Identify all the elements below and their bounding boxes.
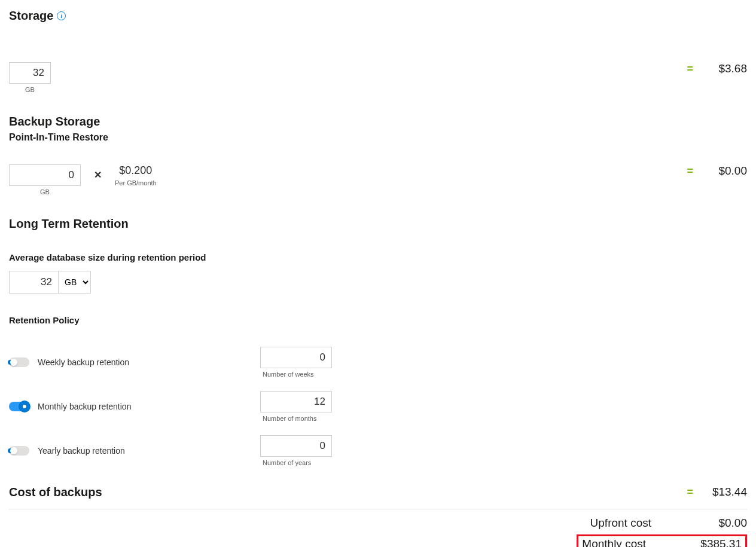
yearly-retention-input[interactable] <box>260 435 332 457</box>
backup-price-unit: Per GB/month <box>115 179 157 187</box>
storage-heading: Storage i <box>9 9 747 23</box>
yearly-retention-toggle[interactable] <box>9 446 29 456</box>
upfront-cost-label: Upfront cost <box>590 517 651 530</box>
monthly-retention-unit: Number of months <box>263 415 332 422</box>
cost-of-backups-heading: Cost of backups <box>9 485 102 499</box>
backup-cost: $0.00 <box>711 164 747 178</box>
backup-value-input[interactable] <box>9 164 81 186</box>
backup-unit-label: GB <box>40 188 50 195</box>
monthly-retention-input[interactable] <box>260 391 332 412</box>
yearly-retention-label: Yearly backup retention <box>38 446 125 456</box>
monthly-cost-value: $385.31 <box>694 537 742 547</box>
info-icon[interactable]: i <box>57 11 66 20</box>
avg-db-size-label: Average database size during retention p… <box>9 252 747 262</box>
equals-icon: = <box>687 486 693 499</box>
ltr-heading-text: Long Term Retention <box>9 217 129 231</box>
storage-heading-text: Storage <box>9 9 53 23</box>
upfront-cost-value: $0.00 <box>699 517 747 530</box>
pitr-heading: Point-In-Time Restore <box>9 132 747 143</box>
avg-db-size-unit-select[interactable]: GB <box>58 271 91 294</box>
separator <box>9 509 747 509</box>
monthly-cost-highlight: Monthly cost $385.31 <box>577 534 747 547</box>
monthly-retention-toggle[interactable] <box>9 402 29 411</box>
weekly-retention-input[interactable] <box>260 347 332 368</box>
equals-icon: = <box>687 165 693 178</box>
storage-unit-label: GB <box>25 86 35 93</box>
weekly-retention-unit: Number of weeks <box>263 371 332 378</box>
equals-icon: = <box>687 63 693 75</box>
storage-cost: $3.68 <box>711 62 747 75</box>
cost-of-backups-text: Cost of backups <box>9 485 102 499</box>
yearly-retention-unit: Number of years <box>263 459 332 466</box>
monthly-cost-label: Monthly cost <box>582 537 646 547</box>
avg-db-size-input[interactable] <box>9 271 58 294</box>
weekly-retention-toggle[interactable] <box>9 357 29 367</box>
cost-of-backups-value: $13.44 <box>711 485 747 499</box>
weekly-retention-label: Weekly backup retention <box>38 357 129 367</box>
storage-value-input[interactable] <box>9 62 51 84</box>
backup-price: $0.200 <box>119 164 152 177</box>
monthly-retention-label: Monthly backup retention <box>38 402 131 411</box>
ltr-heading: Long Term Retention <box>9 217 747 231</box>
multiply-icon: ✕ <box>94 169 102 181</box>
backup-storage-heading-text: Backup Storage <box>9 115 100 129</box>
retention-policy-heading: Retention Policy <box>9 315 747 325</box>
backup-storage-heading: Backup Storage <box>9 115 747 129</box>
